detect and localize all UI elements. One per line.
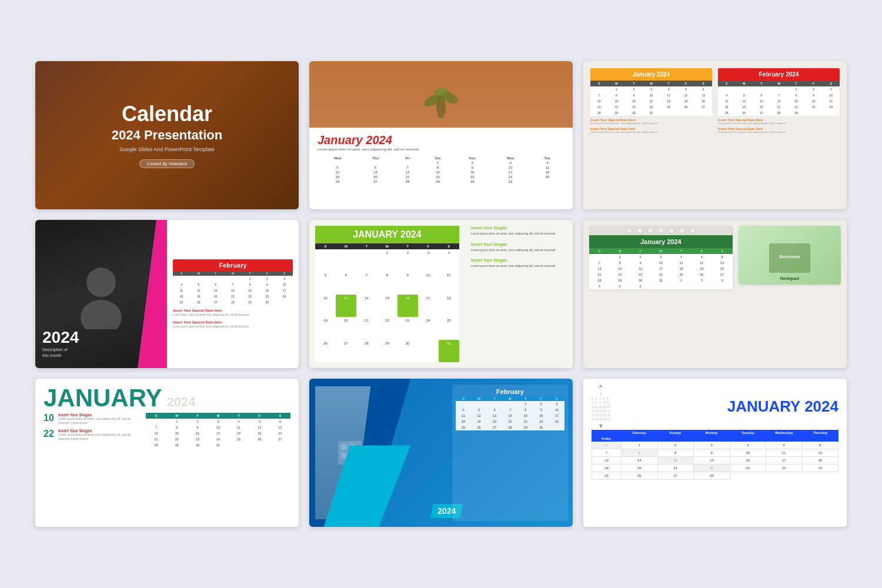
spiral-hole [637,228,643,233]
slide-3-feb-note: Insert Your Special Date Here Lorem ipsu… [718,118,840,133]
slide-8-geo [309,379,454,527]
slide-2-lorem: Lorem ipsum dolor sit amet, nunc adipisc… [318,147,564,152]
slide-6-days: SMTWTFS [589,248,733,254]
slide-3-jan-header: January 2024 [590,68,712,81]
svg-rect-9 [341,444,347,450]
slide-5-days: SMTWTFS [315,243,459,249]
slide-7-events: 10Insert Your SloganLorem ipsum dolor si… [44,413,140,520]
slide-9: ^ 1 23456 7891011 1213141516 1718192021 … [583,379,847,527]
slogan-block: Insert Your SloganLorem ipsum dolor sit … [471,242,567,253]
slide-7: JANUARY 2024 10Insert Your SloganLorem i… [35,379,299,527]
slide-7-cal: SMTWTFS 12345678910111213141516171819202… [146,413,290,520]
slide-4-calendar: February SMTWTFS 12345678910111213141516… [167,220,299,368]
slide-5-header: JANUARY 2024 [315,226,459,243]
slide-5: JANUARY 2024 SMTWTFS 1234567891011121314… [309,220,573,368]
slide-6-cal-header: January 2024 [589,235,733,248]
slide-5-info: Insert Your SloganLorem ipsum dolor sit … [465,220,573,368]
nav-up-arrow[interactable]: ^ [600,385,603,391]
slide-6-notepad-cal: January 2024 SMTWTFS 1234567891011121314… [589,226,733,289]
spiral-hole [679,228,685,233]
slide-1-title: Calendar [122,102,212,126]
slide-1-badge: Created By Slidestack [139,159,195,168]
slide-2: January 2024 Lorem ipsum dolor sit amet,… [309,61,573,209]
slide-1-subtitle: 2024 Presentation [112,128,222,143]
slide-6-notepad-label: Notepad [780,276,799,281]
slide-6: January 2024 SMTWTFS 1234567891011121314… [583,220,847,368]
slide-3-feb: February 2024 SMTWTFS 123456789101112131… [718,68,840,202]
slogan-block: Insert Your SloganLorem ipsum dolor sit … [471,226,567,236]
slide-3-jan: January 2024 SMTWTFS 1234567891011121314… [590,68,712,202]
event-item: 10Insert Your SloganLorem ipsum dolor si… [44,413,140,425]
slide-1: Calendar 2024 Presentation Google Slides… [35,61,299,209]
slogan-block: Insert Your SloganLorem ipsum dolor sit … [471,258,567,269]
plant-icon [417,71,465,118]
slide-3-feb-header: February 2024 [718,68,840,81]
slide-3-jan-dates: 1234567891011121314151617181920212223242… [590,86,712,116]
slide-6-dates: 1234567891011121314151617181920212223242… [589,254,733,289]
nav-down-arrow[interactable]: v [599,422,602,429]
business-icon: Business [766,240,813,276]
slide-1-subtext: Google Slides And PowerPoint Template [119,146,214,152]
slide-4: 2024 Description ofthis month February S… [35,220,299,368]
slide-5-cal: JANUARY 2024 SMTWTFS 1234567891011121314… [309,220,465,368]
slide-3-feb-dates: 1234567891011121314151617181920212223242… [718,86,840,116]
spiral-hole [690,228,696,233]
event-item: 22Insert Your SloganLorem ipsum dolor si… [44,429,140,441]
slide-3-jan-note: Insert Your Special Date Here Lorem ipsu… [590,118,712,133]
slide-8-dates: 1234567891011121314151617181920212223242… [456,401,564,430]
slide-7-dates: 1234567891011121314151617181920212223242… [146,419,290,448]
slide-6-notepad-img: Business Notepad [739,226,841,285]
slide-3-feb-days: SMTWTFS [718,81,840,86]
slide-5-dates: 1234567891011121314151617181920212223242… [315,249,459,362]
slide-2-calendar: WedThuFriSatSunMonTue 123456789101112131… [318,156,564,184]
slide-8-feb-title: February [456,388,564,395]
slide-8-days: SMTWTFS [456,396,564,401]
slide-4-pink-shape [138,220,167,368]
slide-2-photo [309,61,573,128]
slide-2-title: January 2024 [318,133,560,147]
slide-3: January 2024 SMTWTFS 1234567891011121314… [583,61,847,209]
slide-9-top: ^ 1 23456 7891011 1213141516 1718192021 … [592,385,838,429]
svg-text:Business: Business [779,254,800,259]
slide-9-calendar: SaturdaySundayMondayTuesdayWednesdayThur… [592,430,838,480]
slide-2-content: January 2024 Lorem ipsum dolor sit amet,… [309,128,573,209]
slide-4-year: 2024 Description ofthis month [42,328,79,359]
slide-8-cal: February SMTWTFS 12345678910111213141516… [452,385,568,521]
slide-9-nav: ^ 1 23456 7891011 1213141516 1718192021 … [592,385,610,429]
slide-3-jan-days: SMTWTFS [590,81,712,86]
svg-point-4 [86,268,116,297]
slide-7-content: 10Insert Your SloganLorem ipsum dolor si… [44,413,290,520]
slide-8: 2024 February SMTWTFS 123456789101112131… [309,379,573,527]
slide-7-days: SMTWTFS [146,413,290,419]
slide-7-title: JANUARY 2024 [44,386,290,410]
person-icon [66,259,136,329]
spiral-hole [647,228,653,233]
slide-9-title: JANUARY 2024 [610,397,838,416]
slides-grid: Calendar 2024 Presentation Google Slides… [35,61,847,527]
spiral-hole [658,228,664,233]
svg-point-5 [81,300,122,329]
slide-6-spirals [589,226,733,235]
spiral-hole [669,228,674,233]
slide-4-feb-header: February [173,259,293,271]
spiral-hole [626,228,632,233]
